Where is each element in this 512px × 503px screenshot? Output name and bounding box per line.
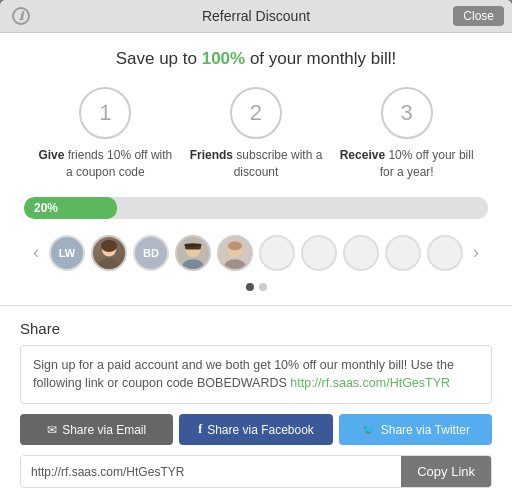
share-link[interactable]: http://rf.saas.com/HtGesTYR — [290, 376, 450, 390]
avatars-section: ‹ LW BD — [20, 235, 492, 271]
facebook-icon: f — [198, 422, 202, 437]
avatar-empty-5 — [427, 235, 463, 271]
step-1: 1 Give friends 10% off with a coupon cod… — [35, 87, 175, 181]
headline: Save up to 100% of your monthly bill! — [20, 49, 492, 69]
share-buttons: ✉ Share via Email f Share via Facebook 🐦… — [20, 414, 492, 445]
prev-arrow[interactable]: ‹ — [29, 238, 43, 267]
divider — [0, 305, 512, 306]
avatar-empty-3 — [343, 235, 379, 271]
modal-body: Save up to 100% of your monthly bill! 1 … — [0, 33, 512, 503]
info-icon[interactable]: ℹ — [12, 7, 30, 25]
step-2-circle: 2 — [230, 87, 282, 139]
headline-suffix: of your monthly bill! — [245, 49, 396, 68]
step-3: 3 Receive 10% off your bill for a year! — [337, 87, 477, 181]
avatar-empty-2 — [301, 235, 337, 271]
avatar-empty-4 — [385, 235, 421, 271]
avatar-lw: LW — [49, 235, 85, 271]
dot-2[interactable] — [259, 283, 267, 291]
close-button[interactable]: Close — [453, 6, 504, 26]
step-3-text: Receive 10% off your bill for a year! — [337, 147, 477, 181]
referral-discount-modal: ℹ Referral Discount Close Save up to 100… — [0, 0, 512, 503]
share-section: Share Sign up for a paid account and we … — [20, 320, 492, 405]
share-label: Share — [20, 320, 492, 337]
svg-point-8 — [224, 259, 245, 271]
headline-prefix: Save up to — [116, 49, 202, 68]
step-1-circle: 1 — [79, 87, 131, 139]
next-arrow[interactable]: › — [469, 238, 483, 267]
svg-point-1 — [98, 258, 119, 271]
copy-url-input[interactable] — [21, 456, 401, 487]
avatar-photo-2 — [175, 235, 211, 271]
svg-point-9 — [228, 241, 242, 250]
share-message-box: Sign up for a paid account and we both g… — [20, 345, 492, 405]
email-icon: ✉ — [47, 423, 57, 437]
modal-header: ℹ Referral Discount Close — [0, 0, 512, 33]
share-twitter-button[interactable]: 🐦 Share via Twitter — [339, 414, 492, 445]
avatar-photo-3 — [217, 235, 253, 271]
progress-label: 20% — [34, 201, 58, 215]
step-2: 2 Friends subscribe with a discount — [186, 87, 326, 181]
step-1-text: Give friends 10% off with a coupon code — [35, 147, 175, 181]
pagination-dots — [20, 283, 492, 291]
svg-point-4 — [182, 259, 203, 271]
steps-container: 1 Give friends 10% off with a coupon cod… — [20, 87, 492, 181]
svg-point-2 — [101, 239, 117, 251]
avatar-photo-1 — [91, 235, 127, 271]
avatar-bd: BD — [133, 235, 169, 271]
step-2-text: Friends subscribe with a discount — [186, 147, 326, 181]
share-email-button[interactable]: ✉ Share via Email — [20, 414, 173, 445]
twitter-icon: 🐦 — [361, 423, 376, 437]
progress-section: 20% — [20, 197, 492, 219]
dot-1[interactable] — [246, 283, 254, 291]
progress-fill: 20% — [24, 197, 117, 219]
step-3-circle: 3 — [381, 87, 433, 139]
copy-link-button[interactable]: Copy Link — [401, 456, 491, 487]
headline-highlight: 100% — [202, 49, 245, 68]
modal-title: Referral Discount — [202, 8, 310, 24]
svg-point-6 — [184, 243, 202, 247]
copy-url-row: Copy Link — [20, 455, 492, 488]
share-facebook-button[interactable]: f Share via Facebook — [179, 414, 332, 445]
avatar-empty-1 — [259, 235, 295, 271]
progress-bar: 20% — [24, 197, 488, 219]
